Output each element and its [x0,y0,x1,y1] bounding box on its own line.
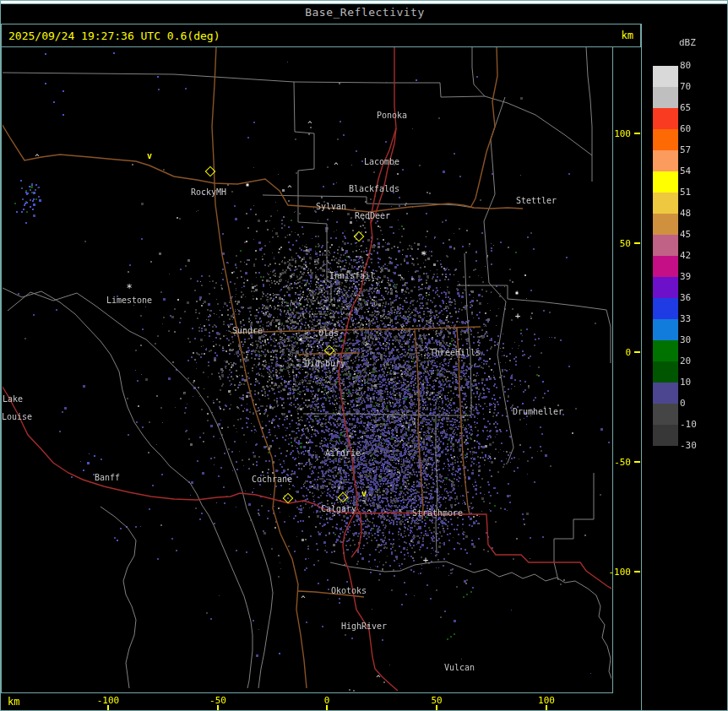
legend-tick-label: 30 [680,335,714,345]
legend-tick-label: 36 [680,293,714,303]
legend-color-block [653,383,678,404]
right-axis-tick-label: 0 [595,347,631,358]
legend-color-block [653,171,678,193]
legend-color-block [653,340,678,361]
right-axis-tick-label: 100 [595,128,631,139]
bottom-axis-tick-mark [107,705,109,710]
legend-color-bar [653,66,678,446]
legend-tick-label: 70 [680,82,714,92]
legend-tick-label: 33 [680,314,714,324]
right-axis-tick-mark [634,351,640,353]
color-scale-legend: dBZ 807065605754514845423936333020100-10… [641,24,728,711]
right-axis-tick-mark [634,133,640,134]
legend-title: dBZ [679,37,696,48]
legend-tick-label: 60 [680,124,714,134]
legend-color-block [653,298,678,319]
right-axis-tick-mark [634,571,640,573]
legend-color-block [653,235,678,256]
legend-tick-label: 10 [680,377,714,388]
legend-color-block [653,361,678,383]
legend-tick-label: -30 [680,441,714,451]
legend-tick-label: 57 [680,145,714,155]
legend-tick-label: 65 [680,103,714,113]
bottom-axis-tick-mark [326,705,328,710]
right-axis-tick-label: 50 [595,238,631,249]
legend-tick-label: 42 [680,251,714,261]
legend-tick-label: 54 [680,166,714,176]
legend-tick-label: 80 [680,61,714,71]
right-axis-tick-label: -50 [595,457,631,468]
legend-tick-label: 20 [680,356,714,366]
legend-color-block [653,425,678,446]
legend-color-block [653,108,678,129]
legend-tick-label: 39 [680,272,714,282]
legend-color-block [653,277,678,298]
legend-tick-label: -10 [680,420,714,430]
legend-color-block [653,319,678,340]
legend-color-block [653,214,678,235]
legend-color-block [653,129,678,150]
legend-color-block [653,87,678,108]
legend-tick-label: 0 [680,399,714,409]
legend-tick-label: 51 [680,187,714,198]
legend-color-block [653,404,678,425]
right-axis-tick-label: -100 [595,567,631,578]
right-axis-tick-mark [634,242,640,244]
legend-color-block [653,150,678,171]
legend-color-block [653,66,678,87]
bottom-axis-tick-mark [546,705,547,710]
right-axis-tick-mark [634,461,640,463]
legend-color-block [653,256,678,277]
axis-unit-label-bottom: km [8,696,19,708]
bottom-axis-tick-mark [217,705,219,710]
bottom-axis-tick-mark [436,705,437,710]
legend-tick-label: 48 [680,209,714,219]
legend-color-block [653,193,678,214]
legend-tick-label: 45 [680,230,714,240]
radar-app-window: Base_Reflectivity 2025/09/24 19:27:36 UT… [0,0,728,711]
